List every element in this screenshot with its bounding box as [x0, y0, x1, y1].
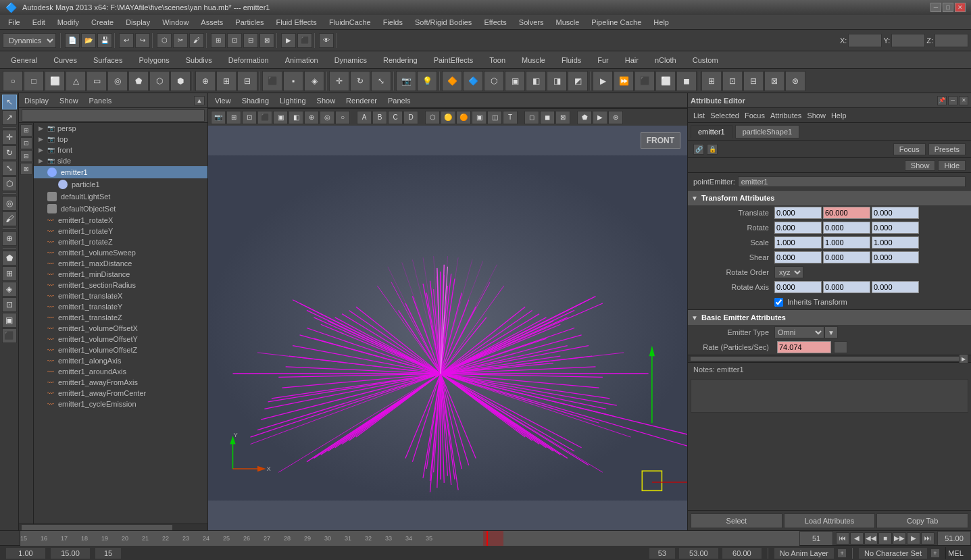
- copy-tab-button[interactable]: Copy Tab: [876, 513, 968, 528]
- panel-tab-show[interactable]: Show: [57, 95, 81, 106]
- icon-render1[interactable]: ▶: [593, 71, 613, 91]
- icon-select-all[interactable]: ⬛: [262, 71, 282, 91]
- vp-tab-renderer[interactable]: Renderer: [342, 95, 381, 106]
- list-item[interactable]: 〰 emitter1_volumeOffsetZ: [34, 345, 207, 355]
- icon-parent[interactable]: ⊞: [216, 71, 236, 91]
- tool-rotate[interactable]: ↻: [2, 145, 17, 160]
- outliner-side-btn2[interactable]: ⊡: [20, 137, 32, 149]
- vp-icon-snap3[interactable]: 🟠: [456, 111, 471, 124]
- current-frame-input[interactable]: 51.00: [937, 531, 971, 546]
- tab-ncloth[interactable]: nCloth: [647, 53, 684, 67]
- inherits-transform-checkbox[interactable]: [774, 298, 783, 307]
- vp-icon-resolution-gate[interactable]: ▣: [472, 111, 487, 124]
- minimize-button[interactable]: ─: [930, 3, 941, 12]
- rotate-y-input[interactable]: [823, 222, 870, 234]
- icon-grid3[interactable]: ⊟: [743, 71, 764, 91]
- menu-file[interactable]: File: [3, 17, 26, 28]
- icon-extra2[interactable]: 🔷: [463, 71, 483, 91]
- toolbar-lasso[interactable]: ✂: [173, 33, 188, 48]
- scale-x-input[interactable]: [774, 236, 822, 249]
- attr-menu-focus[interactable]: Focus: [745, 111, 765, 120]
- load-attributes-button[interactable]: Load Attributes: [784, 513, 876, 528]
- list-item[interactable]: 〰 emitter1_awayFromAxis: [34, 377, 207, 388]
- list-item[interactable]: 〰 emitter1_volumeSweep: [34, 247, 207, 258]
- vp-icon-film-gate[interactable]: ◫: [487, 111, 502, 124]
- rotate-axis-z-input[interactable]: [872, 281, 919, 293]
- menu-display[interactable]: Display: [120, 17, 155, 28]
- attr-menu-list[interactable]: List: [693, 111, 705, 120]
- menu-create[interactable]: Create: [86, 17, 119, 28]
- list-item[interactable]: 〰 emitter1_minDistance: [34, 269, 207, 280]
- icon-sphere[interactable]: ○: [3, 71, 23, 91]
- attr-tab-emitter1[interactable]: emitter1: [691, 125, 732, 138]
- list-item[interactable]: 〰 emitter1_aroundAxis: [34, 366, 207, 377]
- tool-paint[interactable]: 🖌: [2, 211, 17, 226]
- show-button[interactable]: Show: [905, 160, 936, 171]
- select-button[interactable]: Select: [691, 513, 782, 528]
- vp-icon-aa[interactable]: A: [357, 111, 372, 124]
- rate-input[interactable]: [777, 341, 831, 353]
- vp-icon-use-all[interactable]: ⊕: [304, 111, 319, 124]
- list-item[interactable]: particle1: [34, 178, 207, 190]
- menu-particles[interactable]: Particles: [230, 17, 269, 28]
- vp-tab-lighting[interactable]: Lighting: [276, 95, 310, 106]
- icon-camera[interactable]: 📷: [396, 71, 416, 91]
- toolbar-save[interactable]: 💾: [97, 33, 112, 48]
- attr-menu-help[interactable]: Help: [831, 111, 847, 120]
- anim-layer-btn[interactable]: +: [837, 549, 847, 558]
- tool-scale[interactable]: ⤡: [2, 161, 17, 176]
- vp-icon-snap2[interactable]: 🟡: [441, 111, 455, 124]
- icon-subdiv[interactable]: ⬢: [170, 71, 191, 91]
- list-item[interactable]: 〰 emitter1_translateZ: [34, 312, 207, 323]
- icon-unparent[interactable]: ⊟: [237, 71, 257, 91]
- list-item[interactable]: 〰 emitter1_maxDistance: [34, 258, 207, 269]
- vp-icon-wire[interactable]: ⊡: [242, 111, 257, 124]
- toolbar-new[interactable]: 📄: [65, 33, 80, 48]
- vp-icon-solid[interactable]: ⬛: [257, 111, 272, 124]
- menu-edit[interactable]: Edit: [27, 17, 51, 28]
- x-input[interactable]: [848, 34, 882, 47]
- tab-rendering[interactable]: Rendering: [375, 53, 426, 67]
- tab-animation[interactable]: Animation: [277, 53, 326, 67]
- toolbar-undo[interactable]: ↩: [119, 33, 134, 48]
- toolbar-open[interactable]: 📂: [81, 33, 96, 48]
- maximize-button[interactable]: □: [943, 3, 953, 12]
- outliner-side-btn3[interactable]: ⊟: [20, 150, 32, 162]
- step-back-button[interactable]: ◀: [850, 532, 864, 544]
- rotate-axis-y-input[interactable]: [823, 281, 870, 293]
- list-item[interactable]: defaultLightSet: [34, 190, 207, 203]
- icon-plane[interactable]: ▭: [86, 71, 107, 91]
- outliner-side-btn4[interactable]: ⊠: [20, 163, 32, 175]
- scale-y-input[interactable]: [823, 236, 870, 249]
- list-item[interactable]: ▶ 📷 side: [34, 155, 207, 166]
- icon-extra1[interactable]: 🔶: [442, 71, 462, 91]
- tab-fluids[interactable]: Fluids: [553, 53, 589, 67]
- menu-pipeline-cache[interactable]: Pipeline Cache: [586, 17, 647, 28]
- icon-last[interactable]: ⊛: [785, 71, 805, 91]
- vp-icon-iso3[interactable]: ⊠: [555, 111, 570, 124]
- icon-deselect[interactable]: ▪: [283, 71, 303, 91]
- tab-surfaces[interactable]: Surfaces: [85, 53, 130, 67]
- attr-scrollbar-right[interactable]: ▶: [959, 354, 968, 363]
- icon-extra4[interactable]: ▣: [505, 71, 525, 91]
- attr-section-transform-header[interactable]: ▼ Transform Attributes: [688, 190, 971, 205]
- icon-checker[interactable]: ⊠: [764, 71, 785, 91]
- list-item[interactable]: defaultObjectSet: [34, 203, 207, 215]
- tool-extra6[interactable]: ⬛: [2, 328, 17, 343]
- toolbar-show-hide[interactable]: 👁: [319, 33, 334, 48]
- y-input[interactable]: [891, 34, 925, 47]
- icon-torus[interactable]: ◎: [107, 71, 128, 91]
- list-item[interactable]: 〰 emitter1_awayFromCenter: [34, 388, 207, 399]
- skip-to-start-button[interactable]: ⏮: [836, 532, 849, 544]
- icon-render4[interactable]: ⬜: [655, 71, 676, 91]
- tool-lasso-select[interactable]: ↗: [2, 110, 17, 125]
- menu-soft-rigid[interactable]: Soft/Rigid Bodies: [409, 17, 477, 28]
- tab-polygons[interactable]: Polygons: [130, 53, 177, 67]
- vp-icon-iso1[interactable]: ◻: [524, 111, 539, 124]
- list-item[interactable]: ▶ 📷 persp: [34, 123, 207, 134]
- icon-group[interactable]: ⊕: [195, 71, 216, 91]
- vp-icon-iso2[interactable]: ◼: [540, 111, 555, 124]
- focus-button[interactable]: Focus: [893, 143, 926, 155]
- panel-tab-panels[interactable]: Panels: [86, 95, 115, 106]
- hide-button[interactable]: Hide: [938, 160, 966, 171]
